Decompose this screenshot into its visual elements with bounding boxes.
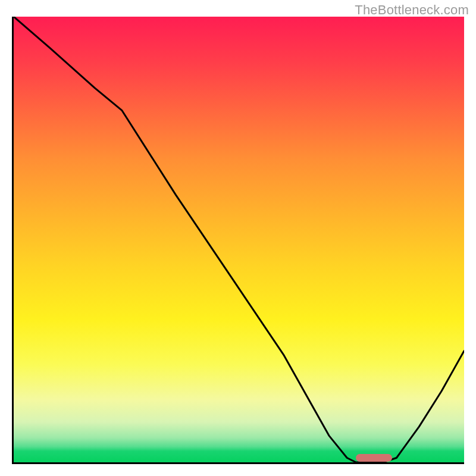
curve-path [14,17,464,462]
plot-area [14,17,464,462]
optimum-marker [356,454,392,462]
bottleneck-curve [14,17,464,462]
watermark-text: TheBottleneck.com [355,2,469,18]
plot-axes [12,17,464,464]
chart-container: TheBottleneck.com [0,0,476,476]
